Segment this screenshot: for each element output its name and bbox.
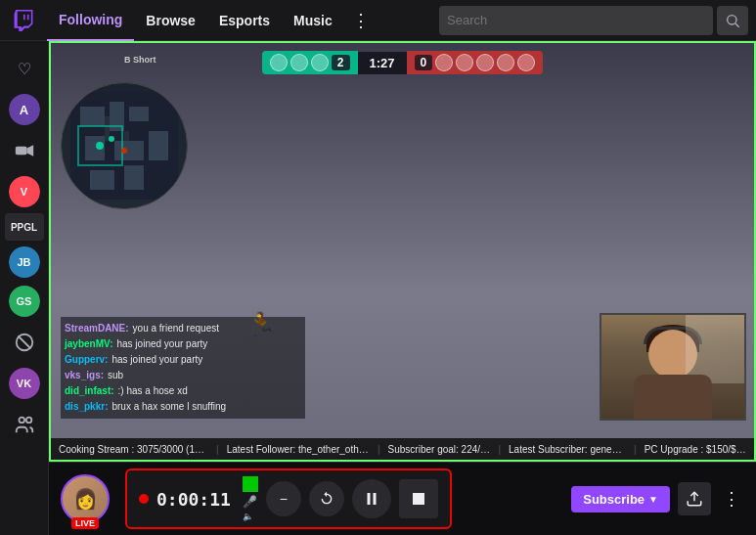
svg-point-0 [728,15,736,23]
video-container[interactable]: 2 1:27 0 B Short [49,41,756,462]
video-camera-icon[interactable] [5,131,44,170]
search-submit-button[interactable] [717,6,748,35]
svg-rect-21 [367,493,370,505]
recording-controls: 0:00:11 🎤 🔈 − [125,468,452,529]
bottom-bar: 👩 LIVE 0:00:11 🎤 🔈 − [49,462,756,535]
subscribe-chevron-icon: ▼ [648,494,658,505]
svg-point-19 [109,136,114,142]
heart-icon[interactable]: ♡ [5,49,44,88]
chat-msg-3: has joined your party [111,352,202,368]
chat-user-6: dis_pkkr: [65,399,108,415]
sidebar-avatar-1[interactable]: A [7,92,42,127]
nav-browse[interactable]: Browse [134,0,207,41]
chat-user-5: did_infast: [65,383,114,399]
stop-button[interactable] [399,479,438,518]
chat-user-4: vks_igs: [65,368,104,383]
bottom-right-controls: Subscribe ▼ ⋮ [571,482,744,515]
sidebar-ppgl-label[interactable]: PPGL [5,213,44,241]
more-options-button[interactable]: ⋮ [719,484,744,513]
svg-point-18 [96,142,104,150]
top-nav: Following Browse Esports Music ⋮ [0,0,756,41]
svg-point-7 [25,418,31,424]
svg-rect-14 [149,131,168,160]
chat-msg-6: brux a hax some l snuffing [111,399,226,415]
mic-icon: 🎤 [243,494,258,510]
game-timer: 1:27 [358,52,407,74]
chat-user-3: Gupperv: [65,352,108,368]
svg-rect-16 [124,165,144,190]
chat-overlay: StreamDANE: you a friend request jaybenM… [61,317,305,419]
sidebar: ♡ A V PPGL JB GS VK [0,41,49,535]
video-active-indicator [243,476,258,492]
team-left-hud: 2 [262,51,358,74]
map-label: B Short [124,55,156,65]
team-right-score: 0 [415,55,433,70]
svg-point-20 [121,148,127,154]
video-section: 2 1:27 0 B Short [49,41,756,535]
twitch-logo[interactable] [8,5,39,36]
svg-rect-2 [15,147,26,155]
recording-timer: 0:00:11 [156,489,231,510]
minimap [61,82,188,209]
svg-point-6 [19,418,24,424]
chat-msg-4: sub [108,368,123,383]
chat-user-2: jaybenMV: [65,336,112,352]
nav-esports[interactable]: Esports [207,0,282,41]
svg-rect-11 [129,107,149,121]
live-badge: LIVE [71,517,99,529]
svg-rect-9 [80,107,105,126]
status-latest-subscriber: Latest Subscriber: geneveee [509,444,626,455]
streamer-webcam [600,313,746,421]
svg-rect-15 [90,170,114,190]
chat-msg-1: you a friend request [133,321,219,336]
nav-music[interactable]: Music [282,0,344,41]
streamer-avatar[interactable]: 👩 LIVE [61,474,110,523]
ban-icon[interactable] [5,323,44,362]
recording-indicators: 🎤 🔈 [243,476,258,521]
status-bar: Cooking Stream : 3075/3000 (102%) | Late… [51,438,754,460]
search-input[interactable] [447,13,705,27]
minus-button[interactable]: − [266,481,301,516]
nav-following[interactable]: Following [47,0,134,41]
game-video: 2 1:27 0 B Short [51,43,754,460]
chat-user-1: StreamDANE: [65,321,129,336]
svg-marker-3 [26,145,33,156]
svg-rect-23 [413,493,424,505]
sidebar-avatar-4[interactable]: VK [7,366,42,401]
subscribe-button[interactable]: Subscribe ▼ [571,486,670,513]
replay-button[interactable] [309,481,344,516]
main-content: ♡ A V PPGL JB GS VK [0,41,756,535]
chat-msg-2: has joined your party [116,336,207,352]
team-left-score: 2 [332,55,350,70]
status-latest-follower: Latest Follower: the_other_other_o [227,444,370,455]
team-right-hud: 0 [407,51,544,74]
status-subscriber-goal: Subscriber goal: 224/300 [388,444,491,455]
group-icon[interactable] [5,405,44,444]
search-bar [439,6,713,35]
chat-msg-5: :) has a hose xd [118,383,188,399]
nav-more-button[interactable]: ⋮ [344,0,378,41]
subscribe-label: Subscribe [583,492,645,507]
volume-indicator: 🔈 [243,512,258,521]
status-cooking-stream: Cooking Stream : 3075/3000 (102%) [59,444,208,455]
sidebar-valorant-icon[interactable]: V [7,174,42,209]
pause-button[interactable] [352,479,391,518]
svg-line-5 [18,335,30,348]
svg-rect-13 [114,141,144,160]
svg-rect-22 [373,493,376,505]
status-pc-upgrade: PC Upgrade : $150/$900 [645,444,746,455]
recording-dot [139,494,149,504]
sidebar-avatar-3[interactable]: GS [7,284,42,319]
sidebar-avatar-2[interactable]: JB [7,245,42,280]
share-upload-button[interactable] [678,482,711,515]
svg-line-1 [735,23,739,27]
